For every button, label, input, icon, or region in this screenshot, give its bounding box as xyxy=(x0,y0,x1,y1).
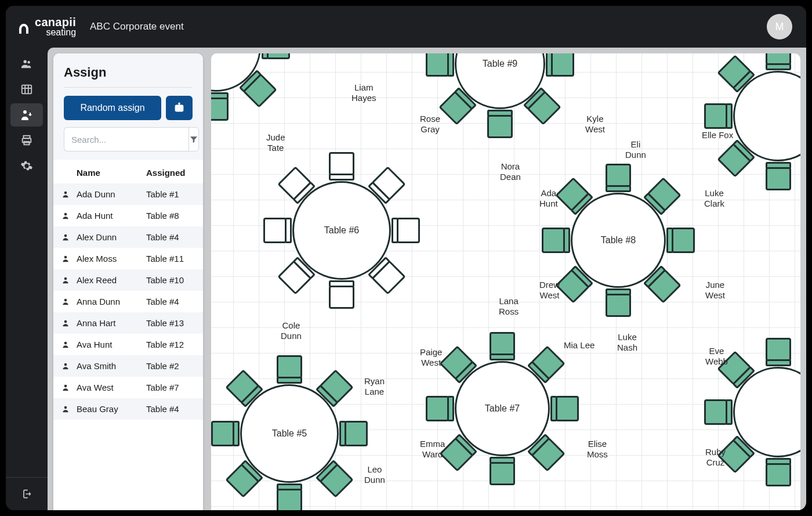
seat[interactable] xyxy=(531,437,565,471)
guest-name: Ava West xyxy=(77,383,146,392)
floorplan-canvas[interactable]: Table #6Table #5Table #9Table #8Table #7… xyxy=(211,53,800,510)
seat[interactable] xyxy=(277,489,302,510)
guest-row[interactable]: Alex DunnTable #4 xyxy=(53,226,203,248)
seat[interactable] xyxy=(606,164,631,187)
table-circle[interactable]: Table #8 xyxy=(571,193,666,288)
svg-rect-2 xyxy=(22,85,32,94)
guest-assigned: Table #4 xyxy=(146,297,195,306)
sidebar-nav xyxy=(6,48,48,510)
seat[interactable] xyxy=(766,53,791,65)
table-header: Name Assigned xyxy=(53,160,203,183)
seat[interactable] xyxy=(211,98,229,121)
seat-label: Cole Dunn xyxy=(281,320,302,341)
guest-row[interactable]: Ava WestTable #7 xyxy=(53,377,203,398)
seat[interactable] xyxy=(766,338,791,361)
seat[interactable] xyxy=(426,396,449,421)
assign-panel: Assign Random assign xyxy=(53,53,203,510)
guest-name: Anna Hart xyxy=(77,318,146,328)
seat-label: Emma Ward xyxy=(420,439,445,460)
guest-name: Anna Dunn xyxy=(77,297,146,306)
seat[interactable] xyxy=(551,53,574,77)
seat[interactable] xyxy=(766,167,791,190)
seat-label: Drew West xyxy=(539,280,560,301)
seat[interactable] xyxy=(606,294,631,317)
search-input[interactable] xyxy=(64,127,188,151)
svg-point-25 xyxy=(64,406,67,409)
person-icon xyxy=(61,405,77,413)
table-circle[interactable]: Table #6 xyxy=(292,181,391,280)
seat[interactable] xyxy=(267,53,290,59)
guest-row[interactable]: Ava SmithTable #2 xyxy=(53,355,203,377)
nav-settings[interactable] xyxy=(10,154,43,178)
guest-row[interactable]: Ava HuntTable #12 xyxy=(53,334,203,355)
table-circle[interactable]: Table #7 xyxy=(455,361,550,456)
brand-name: canapii xyxy=(35,16,76,28)
nav-logout[interactable] xyxy=(10,486,43,502)
seat[interactable] xyxy=(766,463,791,486)
table-circle[interactable]: Table #5 xyxy=(240,384,339,483)
guest-name: Alex Dunn xyxy=(77,232,146,242)
seat[interactable] xyxy=(397,218,420,243)
random-assign-button[interactable]: Random assign xyxy=(64,96,161,120)
svg-point-19 xyxy=(64,277,67,280)
filter-button[interactable] xyxy=(188,127,199,151)
seat-label: Nora Dean xyxy=(500,161,521,182)
guest-list[interactable]: Ada DunnTable #1Ada HuntTable #8Alex Dun… xyxy=(53,183,203,510)
seat[interactable] xyxy=(211,421,234,446)
svg-point-14 xyxy=(179,103,180,104)
svg-point-18 xyxy=(64,255,67,258)
seat[interactable] xyxy=(329,286,354,309)
svg-point-1 xyxy=(27,61,30,63)
person-icon xyxy=(61,212,77,220)
seat[interactable] xyxy=(243,74,277,108)
guest-row[interactable]: Ada DunnTable #1 xyxy=(53,183,203,205)
nav-print[interactable] xyxy=(10,129,43,152)
svg-point-24 xyxy=(64,384,67,387)
brand-sub: seating xyxy=(35,28,76,37)
ai-assign-button[interactable] xyxy=(166,96,193,120)
seat[interactable] xyxy=(672,228,695,253)
guest-assigned: Table #12 xyxy=(146,340,195,349)
seat[interactable] xyxy=(263,218,287,243)
guest-row[interactable]: Anna HartTable #13 xyxy=(53,312,203,334)
seat[interactable] xyxy=(542,228,565,253)
seat[interactable] xyxy=(490,332,515,355)
guest-row[interactable]: Alex ReedTable #10 xyxy=(53,269,203,291)
guest-assigned: Table #1 xyxy=(146,189,195,199)
seat[interactable] xyxy=(426,53,449,77)
seat[interactable] xyxy=(345,421,368,446)
canapii-icon xyxy=(16,21,31,37)
guest-row[interactable]: Alex MossTable #11 xyxy=(53,248,203,269)
guest-row[interactable]: Ada HuntTable #8 xyxy=(53,205,203,226)
seat[interactable] xyxy=(490,462,515,485)
seat-label: Ada Hunt xyxy=(539,188,558,209)
col-assigned: Assigned xyxy=(146,168,195,178)
seat[interactable] xyxy=(704,399,727,425)
seat[interactable] xyxy=(647,269,681,303)
seat[interactable] xyxy=(556,396,579,421)
guest-assigned: Table #7 xyxy=(146,383,195,392)
guest-name: Ada Hunt xyxy=(77,211,146,221)
seat[interactable] xyxy=(372,261,406,295)
seat-label: Paige West xyxy=(420,347,442,368)
nav-assign[interactable] xyxy=(10,103,43,127)
nav-tables[interactable] xyxy=(10,78,43,101)
avatar[interactable]: M xyxy=(767,14,792,39)
panel-title: Assign xyxy=(64,65,193,88)
svg-point-22 xyxy=(64,341,67,344)
guest-row[interactable]: Beau GrayTable #4 xyxy=(53,398,203,420)
seat-label: June West xyxy=(705,280,725,301)
seat[interactable] xyxy=(329,152,354,175)
seat[interactable] xyxy=(527,91,561,125)
person-icon xyxy=(61,276,77,284)
nav-guests[interactable] xyxy=(10,52,43,75)
seat[interactable] xyxy=(320,464,354,498)
seat-label: Eli Dunn xyxy=(625,139,646,160)
seat-label: Kyle West xyxy=(585,114,605,135)
person-icon xyxy=(61,384,77,392)
seat[interactable] xyxy=(277,355,302,378)
guest-name: Alex Moss xyxy=(77,254,146,264)
seat[interactable] xyxy=(704,103,727,129)
guest-row[interactable]: Anna DunnTable #4 xyxy=(53,291,203,312)
seat[interactable] xyxy=(487,115,513,138)
